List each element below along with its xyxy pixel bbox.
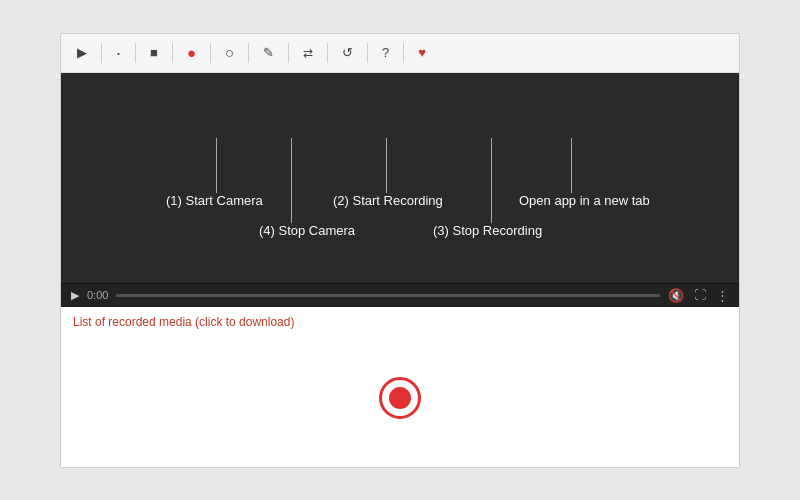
sep-3 bbox=[172, 43, 173, 63]
help-button[interactable]: ? bbox=[376, 41, 395, 64]
stop-button[interactable]: ■ bbox=[144, 41, 164, 64]
record-dot bbox=[389, 387, 411, 409]
toolbar: ▶ · ■ ● ○ ✎ ⇄ ↺ ? ♥ bbox=[61, 34, 739, 73]
vc-time: 0:00 bbox=[87, 289, 108, 301]
sep-5 bbox=[248, 43, 249, 63]
edit-button[interactable]: ✎ bbox=[257, 41, 280, 64]
sep-1 bbox=[101, 43, 102, 63]
vc-progress-bar[interactable] bbox=[116, 294, 660, 297]
stop-recording-line bbox=[491, 138, 492, 223]
vc-fullscreen-icon[interactable]: ⛶ bbox=[694, 288, 706, 303]
media-list-label: List of recorded media (click to downloa… bbox=[73, 315, 294, 329]
play-button[interactable]: ▶ bbox=[71, 41, 93, 64]
reload-button[interactable]: ↺ bbox=[336, 41, 359, 64]
sep-6 bbox=[288, 43, 289, 63]
record-button[interactable]: ● bbox=[181, 40, 202, 65]
open-app-label: Open app in a new tab bbox=[519, 193, 650, 208]
sep-4 bbox=[210, 43, 211, 63]
swap-button[interactable]: ⇄ bbox=[297, 42, 319, 64]
annotation-overlay: (1) Start Camera (4) Stop Camera (2) Sta… bbox=[61, 73, 739, 283]
vc-more-icon[interactable]: ⋮ bbox=[716, 288, 729, 303]
stop-camera-label: (4) Stop Camera bbox=[259, 223, 355, 238]
video-area: (1) Start Camera (4) Stop Camera (2) Sta… bbox=[61, 73, 739, 283]
main-container: ▶ · ■ ● ○ ✎ ⇄ ↺ ? ♥ (1) Start Camera (4)… bbox=[60, 33, 740, 468]
vc-play-button[interactable]: ▶ bbox=[71, 289, 79, 302]
pause-button[interactable]: · bbox=[110, 40, 127, 66]
stop-recording-label: (3) Stop Recording bbox=[433, 223, 542, 238]
sep-8 bbox=[367, 43, 368, 63]
bottom-panel: List of recorded media (click to downloa… bbox=[61, 307, 739, 467]
video-controls: ▶ 0:00 🔇 ⛶ ⋮ bbox=[61, 283, 739, 307]
vc-volume-icon[interactable]: 🔇 bbox=[668, 288, 684, 303]
open-app-line bbox=[571, 138, 572, 193]
start-recording-line bbox=[386, 138, 387, 193]
start-camera-line bbox=[216, 138, 217, 193]
sep-9 bbox=[403, 43, 404, 63]
sep-7 bbox=[327, 43, 328, 63]
record-icon-large bbox=[379, 377, 421, 419]
stop-camera-line bbox=[291, 138, 292, 223]
heart-button[interactable]: ♥ bbox=[412, 41, 432, 64]
start-camera-label: (1) Start Camera bbox=[166, 193, 263, 208]
vc-icons: 🔇 ⛶ ⋮ bbox=[668, 288, 729, 303]
sep-2 bbox=[135, 43, 136, 63]
circle-button[interactable]: ○ bbox=[219, 40, 240, 65]
start-recording-label: (2) Start Recording bbox=[333, 193, 443, 208]
